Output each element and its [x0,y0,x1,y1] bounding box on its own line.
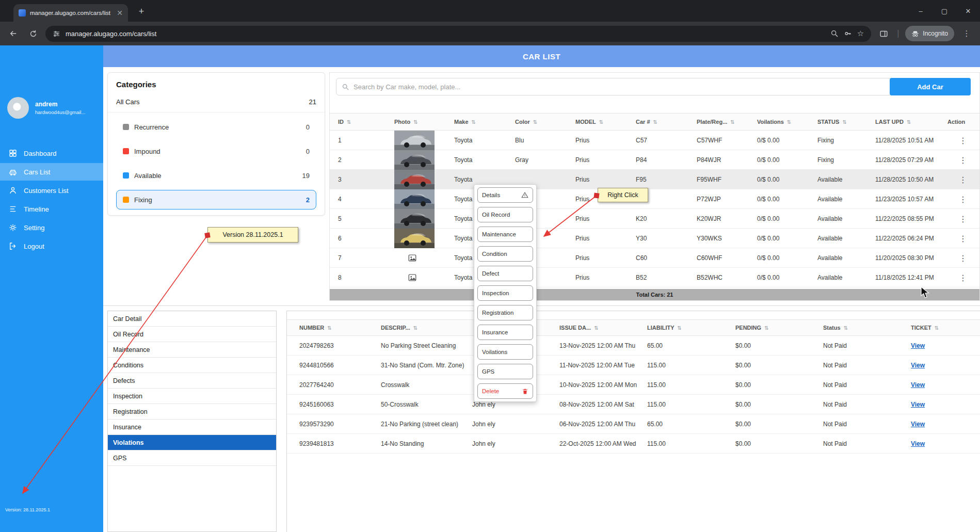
row-actions-button[interactable]: ⋮ [947,136,979,146]
refresh-button[interactable] [26,26,40,41]
cars-column-header-id[interactable]: ID⇅ [338,119,394,125]
category-item-available[interactable]: Available19 [116,166,316,185]
image-placeholder-icon[interactable] [394,268,454,287]
car-row[interactable]: 7ToyotaPriusC60C60WHF0/$ 0.00Available11… [330,248,979,268]
cars-column-header-action[interactable]: Action [947,119,979,125]
violation-row[interactable]: 2024798263No Parking Street Cleaning13-N… [287,336,980,356]
sort-icon[interactable]: ⇅ [413,325,417,331]
detail-tab-car-detail[interactable]: Car Detail [108,311,276,327]
search-input[interactable] [354,83,887,91]
incognito-badge[interactable]: Incognito [905,26,954,41]
user-profile[interactable]: andrem hardwood4us@gmail... [7,97,85,119]
close-button[interactable]: ✕ [956,0,980,22]
context-menu-item-condition[interactable]: Condition [477,246,533,262]
sidebar-item-setting[interactable]: Setting [0,219,103,236]
sort-icon[interactable]: ⇅ [472,119,476,125]
sort-icon[interactable]: ⇅ [599,119,603,125]
cars-column-header-car[interactable]: Car #⇅ [636,119,697,125]
row-actions-button[interactable]: ⋮ [947,253,979,263]
sort-icon[interactable]: ⇅ [935,325,939,331]
sort-icon[interactable]: ⇅ [678,325,682,331]
url-text[interactable]: manager.alugago.com/cars/list [66,30,156,38]
violations-column-header-number[interactable]: NUMBER⇅ [299,325,381,331]
sort-icon[interactable]: ⇅ [730,119,734,125]
car-photo[interactable] [394,229,454,248]
browser-tab[interactable]: manager.alugago.com/cars/list ✕ [13,4,128,22]
view-ticket-link[interactable]: View [911,362,925,369]
car-row[interactable]: 3ToyotaPriusF95F95WHF0/$ 0.00Available11… [330,170,979,189]
row-actions-button[interactable]: ⋮ [947,195,979,204]
category-item-fixing[interactable]: Fixing2 [116,190,316,209]
bookmark-star-icon[interactable]: ☆ [857,29,864,38]
sidebar-item-customers-list[interactable]: Customers List [0,182,103,199]
sort-icon[interactable]: ⇅ [327,325,331,331]
car-search[interactable] [336,78,893,95]
cars-column-header-last-upd[interactable]: LAST UPD⇅ [875,119,947,125]
detail-tab-maintenance[interactable]: Maintenance [108,342,276,358]
car-row[interactable]: 6ToyotaPriusY30Y30WKS0/$ 0.00Available11… [330,229,979,248]
back-button[interactable] [6,26,21,41]
zoom-icon[interactable] [830,29,839,38]
sidebar-item-logout[interactable]: Logout [0,237,103,255]
cars-column-header-status[interactable]: STATUS⇅ [817,119,875,125]
context-menu-item-insurance[interactable]: Insurance [477,325,533,340]
sort-icon[interactable]: ⇅ [347,119,351,125]
context-menu-item-inspection[interactable]: Inspection [477,285,533,301]
category-all-cars[interactable]: All Cars 21 [108,94,325,112]
detail-tab-oil-record[interactable]: Oil Record [108,327,276,342]
detail-tab-gps[interactable]: GPS [108,450,276,466]
sort-icon[interactable]: ⇅ [533,119,537,125]
violation-row[interactable]: 923957329021-No Parking (street clean)Jo… [287,414,980,434]
cars-column-header-color[interactable]: Color⇅ [515,119,575,125]
violations-column-header-descrip[interactable]: DESCRIP...⇅ [381,325,472,331]
sort-icon[interactable]: ⇅ [653,119,657,125]
cars-column-header-model[interactable]: MODEL⇅ [575,119,636,125]
sidebar-item-dashboard[interactable]: Dashboard [0,144,103,162]
row-actions-button[interactable]: ⋮ [947,273,979,283]
view-ticket-link[interactable]: View [911,440,925,447]
sort-icon[interactable]: ⇅ [594,325,598,331]
row-actions-button[interactable]: ⋮ [947,214,979,224]
detail-tab-inspection[interactable]: Inspection [108,389,276,404]
sidebar-item-timeline[interactable]: Timeline [0,200,103,218]
side-panel-icon[interactable] [876,26,891,41]
violations-column-header-issue-da[interactable]: ISSUE DA...⇅ [559,325,647,331]
view-ticket-link[interactable]: View [911,381,925,389]
sidebar-item-cars-list[interactable]: Cars List [0,163,103,181]
context-menu-item-delete[interactable]: Delete [477,383,533,399]
sort-icon[interactable]: ⇅ [764,325,768,331]
sort-icon[interactable]: ⇅ [413,119,417,125]
car-photo[interactable] [394,170,454,189]
car-row[interactable]: 5ToyotaPriusK20K20WJR0/$ 0.00Available11… [330,209,979,229]
context-menu-item-oil-record[interactable]: Oil Record [477,207,533,222]
context-menu-item-voilations[interactable]: Voilations [477,344,533,360]
address-bar[interactable]: manager.alugago.com/cars/list ☆ [45,26,871,42]
tune-icon[interactable] [53,30,60,38]
maximize-button[interactable]: ▢ [933,0,956,22]
cars-column-header-voilations[interactable]: Voilations⇅ [757,119,817,125]
cars-column-header-make[interactable]: Make⇅ [454,119,515,125]
row-actions-button[interactable]: ⋮ [947,155,979,165]
sort-icon[interactable]: ⇅ [844,325,848,331]
category-item-impound[interactable]: Impound0 [116,141,316,161]
context-menu-item-details[interactable]: Details [477,187,533,203]
detail-tab-conditions[interactable]: Conditions [108,358,276,373]
violation-row[interactable]: 923948181314-No StandingJohn ely22-Oct-2… [287,434,980,454]
row-actions-button[interactable]: ⋮ [947,175,979,185]
detail-tab-defects[interactable]: Defects [108,373,276,389]
car-photo[interactable] [394,131,454,150]
detail-tab-insurance[interactable]: Insurance [108,420,276,435]
category-item-recurrence[interactable]: Recurrence0 [116,117,316,137]
detail-tab-registration[interactable]: Registration [108,404,276,420]
view-ticket-link[interactable]: View [911,342,925,349]
view-ticket-link[interactable]: View [911,401,925,408]
violations-column-header-ticket[interactable]: TICKET⇅ [911,325,980,331]
car-photo[interactable] [394,209,454,229]
car-row[interactable]: 1ToyotaBluPriusC57C57WHF0/$ 0.00Fixing11… [330,131,979,150]
violation-row[interactable]: 924481056631-No Stand (Com. Mtr. Zone)11… [287,356,980,375]
browser-menu-icon[interactable]: ⋮ [959,26,974,41]
context-menu-item-defect[interactable]: Defect [477,266,533,281]
sort-icon[interactable]: ⇅ [842,119,846,125]
context-menu-item-gps[interactable]: GPS [477,364,533,379]
car-row[interactable]: 2ToyotaGrayPriusP84P84WJR0/$ 0.00Fixing1… [330,150,979,170]
